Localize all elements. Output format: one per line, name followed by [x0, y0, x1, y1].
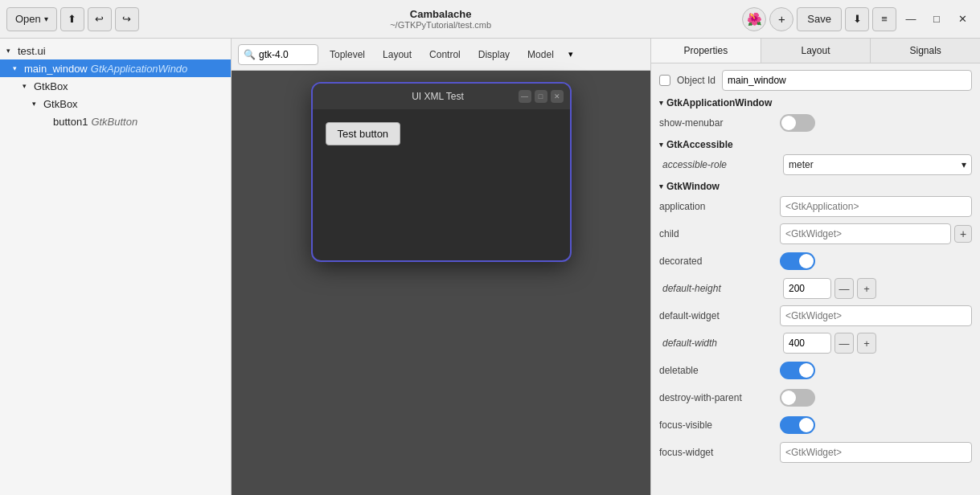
tree-button1-label: button1 [53, 116, 88, 128]
tree-item-main-window[interactable]: ▾ main_window GtkApplicationWindo [0, 59, 231, 77]
default-height-decrement[interactable]: — [834, 278, 854, 299]
prop-accessible-role: accessible-role meter ▾ [659, 153, 972, 176]
tab-toplevel[interactable]: Toplevel [323, 47, 371, 63]
tab-display[interactable]: Display [472, 47, 516, 63]
prop-label-focus-visible: focus-visible [659, 419, 780, 431]
default-height-increment[interactable]: + [857, 278, 876, 299]
titlebar-left: Open ▾ ⬆ ↩ ↪ [6, 7, 139, 31]
prop-destroy-with-parent: destroy-with-parent [659, 387, 972, 409]
add-button[interactable]: + [769, 7, 793, 31]
section-arrow-gtkapplicationwindow: ▾ [659, 99, 663, 107]
prop-toggle-destroy-with-parent[interactable] [780, 389, 815, 407]
section-header-gtkwindow: ▾ GtkWindow [659, 181, 972, 192]
properties-tabs: Properties Layout Signals [651, 39, 980, 63]
download-button[interactable]: ⬇ [845, 7, 869, 31]
prop-decorated: decorated [659, 250, 972, 272]
left-panel: ▾ test.ui ▾ main_window GtkApplicationWi… [0, 39, 232, 495]
maximize-button[interactable]: □ [925, 8, 948, 31]
prop-label-accessible-role: accessible-role [662, 159, 783, 170]
default-width-increment[interactable]: + [857, 333, 876, 354]
titlebar-right: 🌺 + Save ⬇ ≡ — □ ✕ [742, 7, 974, 31]
prop-default-widget: default-widget [659, 305, 972, 327]
tree-area: ▾ test.ui ▾ main_window GtkApplicationWi… [0, 39, 231, 495]
prop-select-accessible-role[interactable]: meter ▾ [783, 154, 972, 175]
tab-model[interactable]: Model [521, 47, 560, 63]
right-panel: Properties Layout Signals Object Id ▾ Gt… [650, 39, 980, 495]
open-file-button[interactable]: ⬆ [60, 7, 84, 31]
tree-gtkbox2-label: GtkBox [43, 98, 78, 110]
dropdown-arrow-icon: ▾ [962, 159, 966, 170]
tree-root[interactable]: ▾ test.ui [0, 42, 231, 59]
child-add-button[interactable]: + [954, 225, 972, 243]
toolbar-more-arrow[interactable]: ▾ [565, 47, 576, 62]
prop-application: application [659, 195, 972, 218]
cambalache-icon-button[interactable]: 🌺 [742, 7, 766, 31]
redo-button[interactable]: ↪ [115, 7, 139, 31]
prop-toggle-show-menubar[interactable] [780, 114, 815, 132]
prop-label-application: application [659, 201, 780, 212]
prop-input-default-height[interactable] [783, 278, 831, 299]
prop-spinner-default-height: — + [783, 278, 876, 299]
object-id-input[interactable] [722, 70, 972, 91]
prop-input-default-width[interactable] [783, 333, 831, 354]
undo-icon: ↩ [95, 13, 104, 25]
gtk-window-preview: UI XML Test — □ ✕ Test button [313, 84, 570, 260]
default-width-decrement[interactable]: — [834, 333, 854, 354]
titlebar-center: Cambalache ~/GTKPyTutorial/test.cmb [144, 8, 738, 30]
tree-main-window-label: main_window [24, 63, 88, 75]
prop-label-default-height: default-height [662, 283, 783, 294]
prop-select-value-accessible-role: meter [789, 159, 814, 170]
app-name: Cambalache [144, 8, 738, 20]
tree-item-gtkbox-1[interactable]: ▾ GtkBox [0, 77, 231, 95]
prop-value-focus-widget [780, 442, 972, 463]
prop-toggle-focus-visible[interactable] [780, 416, 815, 434]
prop-value-default-widget [780, 305, 972, 326]
tab-signals[interactable]: Signals [871, 39, 980, 63]
object-id-row: Object Id [659, 70, 972, 91]
prop-input-focus-widget[interactable] [780, 442, 972, 463]
prop-label-decorated: decorated [659, 256, 780, 267]
tab-layout-props[interactable]: Layout [761, 39, 871, 63]
tree-gtkbox1-arrow: ▾ [23, 82, 31, 90]
prop-toggle-decorated[interactable] [780, 252, 815, 270]
tab-layout[interactable]: Layout [376, 47, 418, 63]
save-button[interactable]: Save [797, 7, 842, 31]
menu-button[interactable]: ≡ [872, 7, 896, 31]
tree-gtkbox2-arrow: ▾ [32, 100, 40, 108]
tab-properties[interactable]: Properties [651, 39, 761, 63]
search-input[interactable] [259, 49, 307, 60]
prop-value-child: + [780, 223, 972, 244]
prop-label-show-menubar: show-menubar [659, 117, 780, 129]
maximize-icon: □ [933, 13, 940, 25]
test-button[interactable]: Test button [326, 122, 401, 145]
tab-control[interactable]: Control [423, 47, 467, 63]
add-icon: + [778, 12, 785, 26]
undo-button[interactable]: ↩ [88, 7, 112, 31]
redo-icon: ↪ [122, 13, 131, 25]
prop-label-focus-widget: focus-widget [659, 447, 780, 458]
section-label-gtkwindow: GtkWindow [666, 181, 720, 192]
prop-label-default-widget: default-widget [659, 310, 780, 321]
close-button[interactable]: ✕ [951, 8, 974, 31]
object-id-checkbox[interactable] [659, 75, 670, 86]
gtk-maximize-button[interactable]: □ [535, 90, 547, 103]
tree-main-window-arrow: ▾ [13, 64, 21, 72]
gtk-minimize-button[interactable]: — [519, 90, 531, 103]
prop-default-height: default-height — + [659, 277, 972, 300]
tree-item-button1[interactable]: button1 GtkButton [0, 112, 231, 130]
search-box[interactable]: 🔍 [238, 44, 318, 65]
tree-item-gtkbox-2[interactable]: ▾ GtkBox [0, 95, 231, 112]
tree-gtkbox1-label: GtkBox [34, 80, 68, 92]
prop-input-application[interactable] [780, 196, 972, 217]
gtk-window-content: Test button [313, 109, 570, 158]
gtk-close-button[interactable]: ✕ [551, 90, 564, 103]
section-header-gtkapplicationwindow: ▾ GtkApplicationWindow [659, 97, 972, 108]
open-button[interactable]: Open ▾ [6, 7, 57, 31]
prop-show-menubar: show-menubar [659, 112, 972, 134]
prop-input-default-widget[interactable] [780, 305, 972, 326]
prop-input-child[interactable] [780, 223, 951, 244]
minimize-button[interactable]: — [900, 8, 922, 31]
tree-main-window-type: GtkApplicationWindo [91, 63, 188, 75]
section-arrow-gtkaccessible: ▾ [659, 141, 663, 149]
prop-toggle-deletable[interactable] [780, 362, 815, 379]
